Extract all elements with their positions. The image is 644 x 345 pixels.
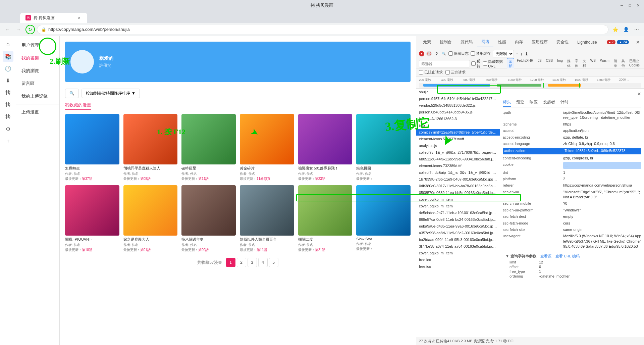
disable-cache-input[interactable] (471, 51, 475, 56)
file-element-icons-ttf[interactable]: element-icons.732389d.ttf (416, 162, 500, 169)
clear-btn[interactable]: 🚫 (426, 51, 432, 56)
file-collect-2[interactable]: collect?t=dc&aip=1&_rs=3&v=1&_v=j96&tid=… (416, 169, 500, 176)
filter-js-btn[interactable]: JS (536, 58, 543, 69)
manga-card-1[interactable]: 無職轉生 作者: 佚名 最後更新：第37話 (65, 114, 119, 181)
devtools-tab-performance[interactable]: 性能 (494, 37, 510, 47)
tab-close-btn[interactable]: ✕ (76, 15, 82, 20)
filter-font-btn[interactable]: 字体 (573, 58, 580, 69)
file-free-ico-1[interactable]: free.ico (416, 256, 500, 263)
devtools-tab-sources[interactable]: 源代码 (457, 37, 477, 47)
file-cover-4[interactable]: 4e5ebdee-2a71-11eb-a10f-00163e0ca5bd.jpg… (416, 209, 500, 216)
nav-upload-manga[interactable]: 上傳漫畫 (16, 106, 59, 118)
invert-input[interactable] (471, 61, 476, 66)
file-cover-2[interactable]: 0db380d0-8017-11e9-bb-ba78-00163e0ca5bd.… (416, 183, 500, 189)
file-free-ico-2[interactable]: free.ico (416, 263, 500, 270)
sidebar-icon-home[interactable]: ⌂ (3, 39, 13, 50)
file-avatar-jpg[interactable]: 6b0512d6-44f6-11ec-99e6-993410bc563a8.jp… (416, 156, 500, 162)
manga-card-11[interactable]: 欄關二度 作者: 佚名 最後更新：第21話 (298, 185, 353, 252)
filter-input[interactable] (419, 60, 470, 67)
sort-btn[interactable]: 按加到書架時間降序排序 ▼ (82, 89, 140, 98)
nav-comments[interactable]: 留言區 (16, 77, 59, 90)
query-view-url-btn[interactable]: 查看 URL 编码 (555, 254, 580, 259)
sidebar-icon-2[interactable]: 拷 (3, 99, 13, 110)
record-btn[interactable]: ● (419, 51, 424, 56)
manga-card-4[interactable]: 黃金碎片 作者: 佚名 最後更新：11卷彩頁 (240, 114, 294, 181)
file-analytics[interactable]: analytics.js (416, 142, 500, 149)
file-cover-3[interactable]: 0508570c-0639-11ea-bb5c-00163e0ca5bd.jpg… (416, 189, 500, 196)
filter-manifest-btn[interactable]: 清单 (612, 58, 619, 69)
sidebar-icon-1[interactable]: 拷 (3, 87, 13, 98)
file-person-js[interactable]: person.0b48bcf24143cdb9435.js (416, 109, 500, 115)
page-2-btn[interactable]: 2 (237, 258, 246, 267)
blocked-requests-input[interactable] (419, 70, 423, 75)
extensions-btn[interactable]: ⭐ (610, 25, 620, 34)
file-cover-5[interactable]: 868e57ca-0de8-11eb-bc24-00163e0ca5bd.jpg… (416, 216, 500, 223)
devtools-tab-application[interactable]: 应用程序 (528, 37, 552, 47)
file-js-id[interactable]: js?id=UA-126613662-3 (416, 115, 500, 122)
nav-user-management[interactable]: 用户管理 (16, 39, 59, 52)
page-3-btn[interactable]: 3 (248, 258, 257, 267)
file-person-css[interactable]: person.9457c64e5104d454d4c1b43a42221704.… (416, 95, 500, 102)
devtools-tab-memory[interactable]: 内存 (511, 37, 527, 47)
preserve-log-input[interactable] (448, 51, 453, 56)
refresh-btn[interactable]: ↻ (25, 25, 35, 34)
close-btn[interactable]: ✕ (635, 3, 641, 8)
headers-close-btn[interactable]: ✕ (637, 91, 641, 97)
file-cover-jpg-2[interactable]: cover.jpg|kb_m_item (416, 203, 500, 209)
file-cover-9[interactable]: 3f77be38-a074-11eb-a7c4-00163e0ca5bd.jpg… (416, 243, 500, 250)
manga-card-5[interactable]: 強襲魔女 501部隊起飛！ 作者: 佚名 最後更新：第23話 (298, 114, 353, 181)
page-1-btn[interactable]: 1 (226, 258, 235, 267)
nav-upload-record[interactable]: 我的上傳記錄 (16, 90, 59, 103)
sidebar-icon-bookmarks[interactable]: 📚 (3, 51, 13, 62)
manga-collection-tab[interactable]: 我收藏的漫畫 (65, 102, 91, 110)
devtools-tab-elements[interactable]: 元素 (419, 37, 435, 47)
query-params-title[interactable]: ▼ 查询字符串参数 查看源 查看 URL 编码 (505, 254, 639, 259)
headers-tab-timing[interactable]: 计时 (560, 98, 569, 107)
page-4-btn[interactable]: 4 (258, 258, 268, 267)
file-element-icons-woff[interactable]: element-icons.535877f.woff (416, 136, 500, 142)
third-party-input[interactable] (445, 70, 450, 75)
devtools-tab-security[interactable]: 安全性 (552, 37, 573, 47)
manga-card-3[interactable]: 破時藍星 作者: 佚名 最後更新：第11話 (181, 114, 236, 181)
preserve-log-checkbox[interactable]: 保留日志 (448, 51, 469, 56)
query-view-source-btn[interactable]: 查看源 (540, 254, 551, 259)
filter-fetch-xhr-btn[interactable]: Fetch/XHR (515, 58, 535, 69)
sidebar-icon-3[interactable]: 拷 (3, 111, 13, 122)
maximize-btn[interactable]: □ (627, 3, 633, 8)
file-cover-jpg-1[interactable]: cover.jpg|kb_m_item (416, 196, 500, 203)
manga-card-10[interactable]: 除我以外人類全員百合 作者: 佚名 最後更新：第11話 (240, 185, 294, 252)
search-btn[interactable]: 🔍 (65, 89, 79, 98)
third-party-checkbox[interactable]: 三方请求 (445, 70, 466, 75)
blocked-requests-checkbox[interactable]: 已阻止请求 (419, 70, 443, 75)
headers-tab-preview[interactable]: 预览 (516, 98, 524, 107)
headers-tab-response[interactable]: 响应 (530, 98, 538, 107)
manga-card-12[interactable]: Slow Star 作者: 佚名 最後更新： (356, 185, 411, 252)
manga-card-7[interactable]: 闇職 -PIQUANT- 作者: 佚名 最後更新：第18話 (65, 185, 119, 252)
devtools-tab-console[interactable]: 控制台 (436, 37, 456, 47)
file-info[interactable]: info (416, 122, 500, 129)
manga-card-2[interactable]: 胡桃同學是鹿殺人達人 作者: 佚名 最後更新：第05話 (123, 114, 178, 181)
disable-cache-checkbox[interactable]: 禁用缓存 (471, 51, 491, 56)
file-cover-1[interactable]: 1b7839f8-2f6b-11e9-b487-00163e0ca5bd.jpg… (416, 176, 500, 183)
devtools-tab-lighthouse[interactable]: Lighthouse (573, 38, 601, 47)
hide-data-url-input[interactable] (483, 61, 487, 66)
sidebar-icon-history[interactable]: 🕐 (3, 63, 13, 74)
filter-ws-btn[interactable]: WS (589, 58, 597, 69)
hide-data-url-checkbox[interactable]: 隐藏数据 URL (483, 59, 505, 68)
file-vendor-js[interactable]: vendor.529d5c348881303de322.js (416, 102, 500, 109)
file-comics-api[interactable]: comics?limit=12&offset=0&free_type=1&ord… (416, 129, 500, 136)
devtools-tab-network[interactable]: 网络 (477, 37, 493, 47)
filter-media-btn[interactable]: 媒体 (566, 58, 572, 69)
file-collect-1[interactable]: collect?v=1&_v=j96&a=271760878&t=pagevie… (416, 149, 500, 156)
manga-card-9[interactable]: 換米闘週年史 作者: 佚名 最後更新：第09話 (181, 185, 236, 252)
file-cover-8[interactable]: ba2fdaac-0904-11e9-95b3-00163e0ca5bd.jpg… (416, 236, 500, 243)
forward-btn[interactable]: → (14, 25, 23, 34)
search-btn[interactable]: 🔍 (441, 51, 446, 56)
page-5-btn[interactable]: 5 (269, 258, 278, 267)
invert-checkbox[interactable]: 反转 (471, 59, 481, 69)
sidebar-icon-add[interactable]: ＋ (3, 136, 13, 146)
account-btn[interactable]: 👤 (621, 25, 631, 34)
throttle-select[interactable]: 无限制 (493, 50, 514, 57)
filter-all-btn[interactable]: 全部 (507, 58, 514, 69)
headers-tab-headers[interactable]: 标头 (503, 98, 511, 107)
